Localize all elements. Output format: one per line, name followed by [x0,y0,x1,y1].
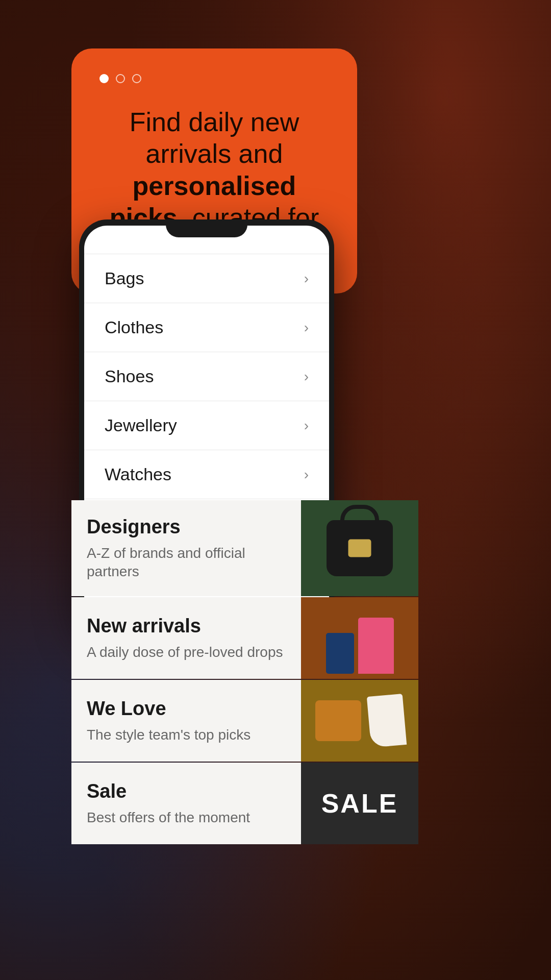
menu-item-watches[interactable]: Watches › [84,450,329,499]
bag-illustration [327,520,393,576]
chevron-icon-clothes: › [304,320,309,336]
chevron-icon-jewellery: › [304,418,309,434]
heel-shoe-illustration [366,694,406,748]
sections-container: Designers A-Z of brands and official par… [71,500,418,845]
section-sale[interactable]: Sale Best offers of the moment SALE [71,763,418,844]
menu-item-jewellery[interactable]: Jewellery › [84,401,329,450]
menu-item-bags[interactable]: Bags › [84,254,329,303]
section-new-arrivals-text: New arrivals A daily dose of pre-loved d… [71,597,301,679]
sale-banner-text: SALE [321,788,398,819]
chevron-icon-shoes: › [304,369,309,385]
bag-blue [326,633,354,674]
section-we-love-text: We Love The style team's top picks [71,680,301,762]
menu-item-shoes[interactable]: Shoes › [84,352,329,401]
chevron-icon-bags: › [304,271,309,287]
dot-2[interactable] [116,74,125,83]
bag-clasp [348,540,371,557]
carousel-dots [99,74,329,83]
section-we-love-image [301,680,418,762]
phone-notch [166,219,247,237]
menu-item-clothes[interactable]: Clothes › [84,303,329,352]
clothing-pink [358,618,394,674]
chevron-icon-watches: › [304,467,309,483]
hermes-bag-illustration [315,700,361,741]
dot-1[interactable] [99,74,109,83]
section-new-arrivals-image [301,597,418,679]
section-new-arrivals[interactable]: New arrivals A daily dose of pre-loved d… [71,597,418,679]
section-sale-text: Sale Best offers of the moment [71,763,301,844]
section-designers-image [301,500,418,596]
section-we-love[interactable]: We Love The style team's top picks [71,680,418,762]
section-sale-image: SALE [301,763,418,844]
section-designers-text: Designers A-Z of brands and official par… [71,500,301,596]
dot-3[interactable] [132,74,141,83]
section-designers[interactable]: Designers A-Z of brands and official par… [71,500,418,596]
